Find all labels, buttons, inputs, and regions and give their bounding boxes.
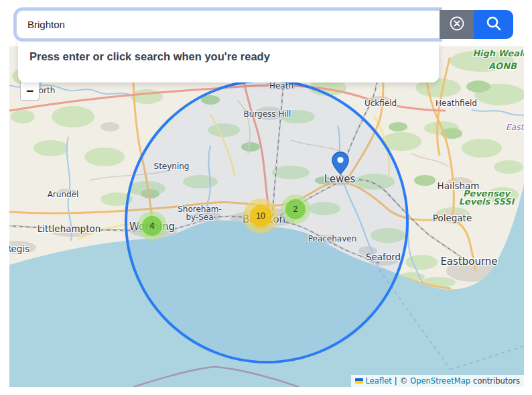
openstreetmap-link[interactable]: OpenStreetMap bbox=[410, 376, 470, 386]
search-bar bbox=[16, 10, 513, 39]
map-pin-icon bbox=[332, 165, 349, 176]
contributors-text: contributors bbox=[473, 376, 520, 386]
map-label-burgess-hill: Burgess Hill bbox=[244, 109, 291, 119]
search-hint-text: Press enter or click search when you're … bbox=[29, 50, 270, 62]
map-label-uckfield: Uckfield bbox=[364, 99, 397, 108]
map-label-high-weald: High Weald bbox=[472, 48, 524, 58]
map-label-polegate: Polegate bbox=[433, 213, 472, 223]
map-label-eastbourne: Eastbourne bbox=[440, 256, 497, 268]
marker-cluster-4[interactable]: 4 bbox=[137, 211, 167, 241]
cluster-count: 2 bbox=[293, 205, 298, 214]
zoom-out-button[interactable]: − bbox=[20, 82, 40, 101]
map-label-aonb: AONB bbox=[488, 61, 517, 71]
attribution-separator: | bbox=[395, 376, 397, 386]
map-label-levels-sssi: Levels SSSI bbox=[459, 196, 515, 207]
marker-cluster-10[interactable]: 10 bbox=[243, 199, 278, 233]
cluster-count: 4 bbox=[150, 221, 155, 231]
copyright-symbol: © bbox=[400, 376, 408, 386]
map-label-steyning: Steyning bbox=[154, 162, 190, 171]
map-label-seaford: Seaford bbox=[366, 251, 401, 262]
circle-x-icon bbox=[448, 15, 466, 34]
map-label-east-sussex: East Sussex bbox=[506, 122, 524, 132]
marker-cluster-2[interactable]: 2 bbox=[281, 194, 310, 224]
location-pin-marker[interactable] bbox=[332, 152, 349, 177]
map-label-littlehampton: Littlehampton bbox=[38, 223, 101, 234]
cluster-count: 10 bbox=[256, 211, 265, 221]
map-label-peacehaven: Peacehaven bbox=[308, 234, 357, 243]
map-label-heath: Heath bbox=[269, 81, 293, 91]
map-label-orth: orth bbox=[39, 86, 56, 95]
clear-search-button[interactable] bbox=[440, 10, 474, 39]
search-input[interactable] bbox=[16, 10, 440, 39]
map-label-arundel: Arundel bbox=[48, 190, 79, 199]
map-label-by-sea: by-Sea bbox=[186, 213, 213, 222]
search-hint-dropdown: Press enter or click search when you're … bbox=[18, 40, 439, 82]
ukraine-flag-icon bbox=[355, 378, 363, 384]
map-attribution: Leaflet | © OpenStreetMap contributors bbox=[351, 375, 524, 387]
leaflet-link[interactable]: Leaflet bbox=[366, 376, 392, 386]
map-canvas[interactable]: orthHeathBurgess HillUckfieldHeathfieldH… bbox=[9, 46, 524, 387]
map-label-heathfield: Heathfield bbox=[436, 99, 477, 108]
magnifier-icon bbox=[485, 15, 503, 34]
map-label-regis: Regis bbox=[9, 243, 29, 254]
search-button[interactable] bbox=[474, 10, 513, 39]
